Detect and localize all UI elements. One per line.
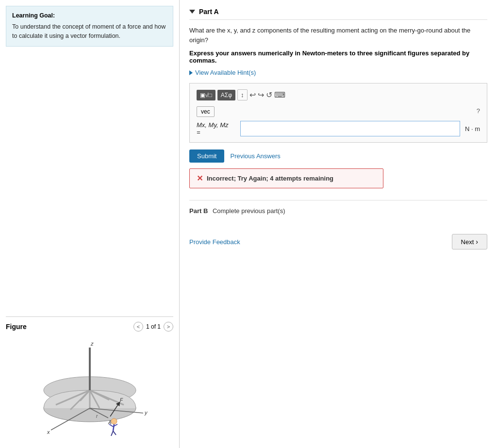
input-row: Mx, My, Mz = N · m — [197, 121, 480, 136]
svg-line-24 — [111, 431, 113, 436]
next-label: Next — [461, 238, 474, 246]
next-button[interactable]: Next › — [452, 234, 487, 249]
figure-header: Figure < 1 of 1 > — [6, 322, 173, 332]
keyboard-button[interactable]: ⌨ — [274, 90, 285, 100]
figure-canvas: z x y A F r — [6, 335, 173, 442]
svg-text:y: y — [144, 410, 148, 415]
x-icon: ✕ — [197, 174, 203, 183]
previous-answers-link[interactable]: Previous Answers — [230, 152, 280, 160]
question-text: What are the x, y, and z components of t… — [189, 26, 487, 45]
answer-input[interactable] — [240, 121, 460, 136]
feedback-next-row: Provide Feedback Next › — [189, 229, 487, 249]
figure-nav-label: 1 of 1 — [146, 323, 161, 330]
provide-feedback-link[interactable]: Provide Feedback — [189, 238, 240, 246]
collapse-icon[interactable] — [189, 10, 195, 14]
part-a-label: Part A — [199, 8, 219, 16]
figure-svg: z x y A F r — [17, 338, 163, 440]
toolbar: ▣√□ AΣφ ↕ ↩ ↪ ↺ ⌨ — [197, 89, 480, 100]
hint-label: View Available Hint(s) — [195, 69, 256, 76]
submit-button[interactable]: Submit — [189, 149, 224, 163]
svg-line-21 — [113, 424, 114, 431]
svg-text:F: F — [120, 398, 123, 403]
svg-text:x: x — [47, 429, 50, 435]
arrows-button[interactable]: ↕ — [237, 89, 248, 100]
next-arrow-icon: › — [476, 238, 478, 246]
math-label-line2: = — [197, 129, 200, 136]
refresh-button[interactable]: ↺ — [266, 90, 272, 100]
learning-goal-box: Learning Goal: To understand the concept… — [6, 6, 173, 47]
submit-row: Submit Previous Answers — [189, 149, 487, 163]
incorrect-box: ✕ Incorrect; Try Again; 4 attempts remai… — [189, 168, 383, 188]
undo-button[interactable]: ↩ — [249, 90, 256, 100]
hint-arrow-icon — [189, 70, 193, 75]
answer-box: ▣√□ AΣφ ↕ ↩ ↪ ↺ ⌨ vec ? Mx, My, Mz = N ·… — [189, 83, 487, 143]
figure-section: Figure < 1 of 1 > — [6, 316, 173, 442]
right-panel: Part A What are the x, y, and z componen… — [180, 0, 497, 448]
redo-button[interactable]: ↪ — [258, 90, 264, 100]
svg-point-20 — [111, 418, 117, 424]
vec-button[interactable]: vec — [197, 106, 215, 117]
svg-line-25 — [113, 431, 116, 435]
part-b-section: Part B Complete previous part(s) — [189, 200, 487, 215]
math-label-line1: Mx, My, Mz — [197, 121, 228, 129]
help-icon[interactable]: ? — [477, 107, 480, 115]
unit-label: N · m — [465, 125, 480, 133]
part-a-header: Part A — [189, 8, 487, 20]
svg-text:z: z — [90, 341, 94, 347]
sigma-button[interactable]: AΣφ — [217, 90, 235, 100]
learning-goal-title: Learning Goal: — [12, 11, 167, 20]
learning-goal-text: To understand the concept of moment of a… — [12, 22, 167, 41]
incorrect-text: Incorrect; Try Again; 4 attempts remaini… — [207, 175, 333, 182]
part-b-label: Part B — [189, 207, 208, 215]
figure-next-button[interactable]: > — [164, 322, 173, 332]
part-b-text: Complete previous part(s) — [213, 207, 285, 215]
math-label: Mx, My, Mz = — [197, 121, 235, 136]
hint-link[interactable]: View Available Hint(s) — [189, 69, 487, 76]
figure-title: Figure — [6, 323, 27, 331]
sqrt-button[interactable]: ▣√□ — [197, 90, 215, 100]
figure-nav-controls: < 1 of 1 > — [133, 322, 173, 332]
figure-prev-button[interactable]: < — [133, 322, 143, 332]
emphasis-text: Express your answers numerically in Newt… — [189, 50, 487, 64]
